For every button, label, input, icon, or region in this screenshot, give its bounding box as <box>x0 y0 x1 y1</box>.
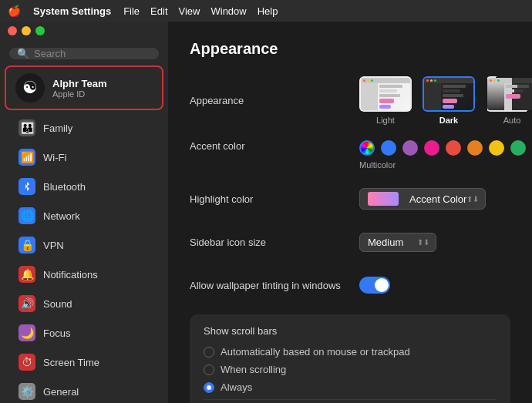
accent-pink[interactable] <box>424 140 439 156</box>
sidebar-item-label: Wi-Fi <box>43 152 66 163</box>
scroll-when-label: When scrolling <box>221 364 286 375</box>
dark-label: Dark <box>439 116 458 125</box>
highlight-color-control: Accent Color ⬆⬇ <box>359 188 510 210</box>
highlight-preview <box>368 192 399 206</box>
wallpaper-tinting-label: Allow wallpaper tinting in windows <box>190 280 359 291</box>
accent-purple[interactable] <box>402 140 418 156</box>
scroll-always-option[interactable]: Always <box>204 381 497 393</box>
appearance-control: Light <box>359 76 532 125</box>
wallpaper-tinting-control <box>359 277 510 294</box>
sidebar-item-notifications[interactable]: 🔔 Notifications <box>5 260 163 288</box>
radio-inner-dot <box>207 385 211 390</box>
dark-thumb <box>423 76 475 112</box>
sidebar-item-label: Notifications <box>43 269 98 280</box>
vpn-icon: 🔒 <box>19 237 35 254</box>
sidebar-item-general[interactable]: ⚙️ General <box>5 378 163 403</box>
screentime-icon: ⏱ <box>19 354 35 371</box>
accent-color-label: Accent color <box>190 140 359 152</box>
accent-multicolor[interactable] <box>359 140 375 156</box>
highlight-color-select[interactable]: Accent Color ⬆⬇ <box>359 188 486 210</box>
sidebar-item-sound[interactable]: 🔊 Sound <box>5 290 163 317</box>
menu-file[interactable]: File <box>123 5 140 17</box>
sidebar-item-focus[interactable]: 🌙 Focus <box>5 319 163 347</box>
traffic-lights <box>0 22 168 40</box>
family-icon: 👪 <box>19 119 35 136</box>
sidebar-icon-size-row: Sidebar icon size Medium ⬆⬇ <box>190 228 510 256</box>
wallpaper-tinting-row: Allow wallpaper tinting in windows <box>190 271 510 299</box>
auto-thumb <box>486 76 532 112</box>
bluetooth-icon <box>19 178 35 195</box>
accent-selected-label: Multicolor <box>359 160 532 170</box>
focus-icon: 🌙 <box>19 324 35 341</box>
appearance-option-auto[interactable]: Auto <box>486 76 532 125</box>
menu-edit[interactable]: Edit <box>150 5 167 17</box>
close-button[interactable] <box>8 26 17 35</box>
accent-orange[interactable] <box>467 140 483 156</box>
section-divider <box>204 399 497 400</box>
sidebar: 🔍 Search ☯ Alphr Team Apple ID 👪 Family … <box>0 22 168 403</box>
menu-help[interactable]: Help <box>258 5 278 17</box>
search-icon: 🔍 <box>17 48 29 59</box>
menu-view[interactable]: View <box>179 5 200 17</box>
scroll-when-option[interactable]: When scrolling <box>204 364 497 375</box>
highlight-color-value: Accent Color <box>409 193 466 205</box>
content-area: Appearance Appearance <box>168 22 532 403</box>
sidebar-item-label: General <box>43 386 79 398</box>
profile-subtitle: Apple ID <box>52 89 107 99</box>
sidebar-item-vpn[interactable]: 🔒 VPN <box>5 231 163 259</box>
appearance-setting-row: Appearance <box>190 76 510 125</box>
accent-red[interactable] <box>446 140 461 156</box>
search-placeholder: Search <box>34 48 66 59</box>
sidebar-item-bluetooth[interactable]: Bluetooth <box>5 173 163 200</box>
auto-label: Auto <box>503 116 521 125</box>
sidebar-item-screentime[interactable]: ⏱ Screen Time <box>5 348 163 376</box>
sidebar-item-wifi[interactable]: 📶 Wi-Fi <box>5 143 163 171</box>
accent-blue[interactable] <box>381 140 396 156</box>
sidebar-icon-size-value: Medium <box>368 237 403 248</box>
avatar: ☯ <box>15 73 45 102</box>
menubar: 🍎 System Settings File Edit View Window … <box>0 0 532 22</box>
page-title: Appearance <box>190 40 510 58</box>
sidebar-item-label: Network <box>43 210 80 222</box>
apple-menu[interactable]: 🍎 <box>8 5 21 17</box>
sidebar-item-network[interactable]: 🌐 Network <box>5 202 163 230</box>
sidebar-icon-size-select[interactable]: Medium ⬆⬇ <box>359 233 436 252</box>
sidebar-item-family[interactable]: 👪 Family <box>5 114 163 142</box>
scroll-auto-label: Automatically based on mouse or trackpad <box>221 346 410 358</box>
network-icon: 🌐 <box>19 207 35 224</box>
scroll-auto-radio[interactable] <box>204 347 214 358</box>
scroll-when-radio[interactable] <box>204 364 214 375</box>
profile-text: Alphr Team Apple ID <box>52 78 107 99</box>
wallpaper-tinting-toggle[interactable] <box>359 277 390 294</box>
appearance-label: Appearance <box>190 95 359 106</box>
light-label: Light <box>376 116 395 125</box>
accent-yellow[interactable] <box>489 140 504 156</box>
light-thumb <box>359 76 412 112</box>
sidebar-icon-size-label: Sidebar icon size <box>190 237 359 248</box>
scroll-always-radio[interactable] <box>204 382 214 393</box>
appearance-options: Light <box>359 76 532 125</box>
appearance-option-light[interactable]: Light <box>359 76 412 125</box>
scroll-always-label: Always <box>221 381 252 393</box>
menu-window[interactable]: Window <box>210 5 246 17</box>
sidebar-item-label: Sound <box>43 298 72 310</box>
chevron-up-down-icon2: ⬆⬇ <box>417 238 429 247</box>
appearance-option-dark[interactable]: Dark <box>423 76 475 125</box>
search-bar[interactable]: 🔍 Search <box>9 48 159 59</box>
menu-items: File Edit View Window Help <box>123 5 278 17</box>
accent-color-swatches <box>359 140 532 156</box>
accent-green[interactable] <box>510 140 526 156</box>
app-name[interactable]: System Settings <box>33 5 111 17</box>
sidebar-item-label: Family <box>43 123 72 134</box>
accent-color-control: Multicolor <box>359 140 532 170</box>
sidebar-item-label: Bluetooth <box>43 181 86 193</box>
chevron-up-down-icon: ⬆⬇ <box>466 195 479 203</box>
maximize-button[interactable] <box>35 26 45 35</box>
minimize-button[interactable] <box>22 26 31 35</box>
profile-item[interactable]: ☯ Alphr Team Apple ID <box>5 65 163 110</box>
scroll-auto-option[interactable]: Automatically based on mouse or trackpad <box>204 346 497 358</box>
sidebar-item-label: Focus <box>43 327 70 339</box>
sound-icon: 🔊 <box>19 295 35 312</box>
scroll-bars-section: Show scroll bars Automatically based on … <box>190 314 510 403</box>
accent-color-row: Accent color <box>190 140 510 170</box>
